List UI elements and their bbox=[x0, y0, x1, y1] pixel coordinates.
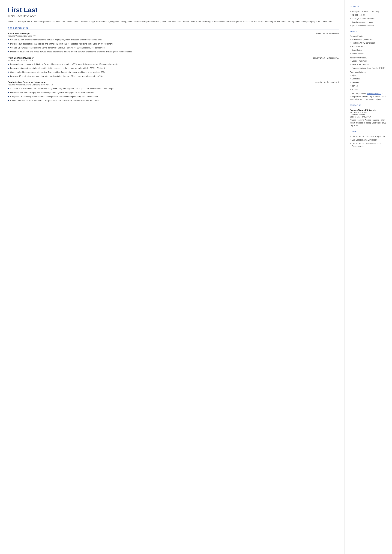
bullet-text: Designed, developed, and tested 32 web-b… bbox=[10, 50, 132, 53]
bullet-icon bbox=[7, 51, 9, 52]
skills-list: Spring FrameworkJakarta PersistenceRepre… bbox=[350, 60, 388, 70]
bullet-text: Assisted 25 junior & senior employees in… bbox=[10, 87, 114, 90]
job-date-range: November 2015 – Present bbox=[316, 32, 339, 35]
job-bullets: Improved search engine visibility for a … bbox=[7, 63, 339, 78]
list-item: Developed 7 application interfaces that … bbox=[7, 75, 339, 78]
bullet-text: Developed 7 application interfaces that … bbox=[10, 75, 104, 78]
other-header: OTHER bbox=[350, 131, 388, 133]
job-company: Growthsi, San Francisco, CA bbox=[7, 59, 339, 62]
skills-category-label: Tools and Software: bbox=[350, 71, 388, 73]
summary: Junior java developer with 10 years of e… bbox=[7, 20, 339, 23]
job-bullets: Created 12 new systems that tracked the … bbox=[7, 38, 339, 54]
job-title-row: Junior Java DeveloperNovember 2015 – Pre… bbox=[7, 32, 339, 35]
skills-category-label: Technical Skills: bbox=[350, 35, 388, 37]
contact-item: +1-234-456-789 bbox=[350, 14, 388, 16]
list-item: Compiled 120 bi-weekly reports that the … bbox=[7, 95, 339, 98]
edu-degree: Bachelor of Science bbox=[350, 111, 388, 113]
job-title: Junior Java Developer bbox=[7, 14, 339, 18]
bullet-icon bbox=[7, 100, 9, 101]
edu-school: Resume Worded University bbox=[350, 109, 388, 111]
job-bullets: Assisted 25 junior & senior employees in… bbox=[7, 87, 339, 102]
bullet-icon bbox=[7, 39, 9, 40]
bullet-text: Collaborated with 20 team members to des… bbox=[10, 99, 100, 102]
other-list: Oracle Certified Java SE 6 Programmer.Su… bbox=[350, 135, 388, 148]
edu-date: Boston, MA — May 2010 bbox=[350, 116, 388, 118]
jobs-container: Junior Java DeveloperNovember 2015 – Pre… bbox=[7, 32, 339, 102]
list-item: Designed, developed, and tested 32 web-b… bbox=[7, 50, 339, 53]
skill-item: Representational State Transfer (REST) bbox=[350, 67, 388, 70]
education-header: EDUCATION bbox=[350, 104, 388, 107]
promo-link[interactable]: Resume Worded bbox=[367, 92, 381, 95]
list-item: Coded embedded stylesheets into existing… bbox=[7, 71, 339, 74]
skill-item: Bootstrap bbox=[350, 77, 388, 80]
skills-header: SKILLS bbox=[350, 31, 388, 33]
skill-item: Jakarta Persistence bbox=[350, 63, 388, 66]
edu-field: Computer Science bbox=[350, 113, 388, 116]
list-item: Improved search engine visibility for a … bbox=[7, 63, 339, 66]
skill-item: Frameworks (Advanced) bbox=[350, 38, 388, 41]
skill-item: Spring Framework bbox=[350, 60, 388, 62]
job-company: Resume Worded, New York, NY bbox=[7, 35, 339, 37]
bullet-icon bbox=[7, 88, 9, 89]
skill-item: Full Stack JAVA bbox=[350, 45, 388, 48]
list-item: Created 12 new systems that tracked the … bbox=[7, 38, 339, 41]
bullet-icon bbox=[7, 43, 9, 44]
job-position-title: Junior Java Developer bbox=[7, 32, 30, 35]
bullet-text: Developed 15 applications that tracked a… bbox=[10, 42, 113, 45]
skill-item: Maven bbox=[350, 88, 388, 91]
other-item: Oracle Certified Java SE 6 Programmer. bbox=[350, 135, 388, 138]
job-position-title: Front End Web Developer bbox=[7, 57, 34, 59]
right-column: CONTACT Memphis, TN (Open to Remote)+1-2… bbox=[345, 0, 392, 554]
skills-container: Technical Skills:Frameworks (Advanced)Re… bbox=[350, 35, 388, 101]
left-column: First Last Junior Java Developer Junior … bbox=[0, 0, 345, 554]
other-item: Sun Certified Java Developer. bbox=[350, 139, 388, 141]
contact-item: linkedin.com/in/username bbox=[350, 21, 388, 23]
job-company: Resume Worded's Exciting Company, New Yo… bbox=[7, 84, 339, 86]
skills-category-label: Industry Knowledge: bbox=[350, 57, 388, 59]
bullet-icon bbox=[7, 68, 9, 69]
job-title-row: Graduate Java Developer (Internship)June… bbox=[7, 81, 339, 83]
job-block: Junior Java DeveloperNovember 2015 – Pre… bbox=[7, 32, 339, 54]
list-item: Created 21 Java applications using Sprin… bbox=[7, 46, 339, 49]
job-block: Graduate Java Developer (Internship)June… bbox=[7, 81, 339, 102]
contact-header: CONTACT bbox=[350, 6, 388, 8]
bullet-text: Improved search engine visibility for a … bbox=[10, 63, 119, 66]
list-item: Launched 14 websites that directly contr… bbox=[7, 67, 339, 70]
skills-list: jQueryBootstrapServletsTomcatMaven bbox=[350, 74, 388, 91]
bullet-icon bbox=[7, 64, 9, 65]
contact-item: Memphis, TN (Open to Remote) bbox=[350, 10, 388, 13]
skills-list: Frameworks (Advanced)Restful APIS (Exper… bbox=[350, 38, 388, 55]
list-item: Collaborated with 20 team members to des… bbox=[7, 99, 339, 102]
contact-list: Memphis, TN (Open to Remote)+1-234-456-7… bbox=[350, 10, 388, 27]
contact-item: github.com/resumeworded bbox=[350, 24, 388, 27]
skill-item: Tomcat bbox=[350, 85, 388, 87]
contact-item: email@resumeworded.com bbox=[350, 17, 388, 20]
job-date-range: February 2013 – October 2015 bbox=[312, 57, 339, 59]
job-title-row: Front End Web DeveloperFebruary 2013 – O… bbox=[7, 57, 339, 59]
list-item: Deployed Java Server Page (JSP) to help … bbox=[7, 91, 339, 94]
skill-item: jQuery bbox=[350, 74, 388, 77]
bullet-icon bbox=[7, 71, 9, 73]
skill-item: Servlets bbox=[350, 81, 388, 84]
edu-awards: Awards: Resume Worded Teaching Fellow (o… bbox=[350, 119, 388, 127]
list-item: Assisted 25 junior & senior employees in… bbox=[7, 87, 339, 90]
bullet-text: Created 21 Java applications using Sprin… bbox=[10, 46, 105, 49]
list-item: Developed 15 applications that tracked a… bbox=[7, 42, 339, 45]
skill-item: Web Services bbox=[350, 52, 388, 55]
other-item: Oracle Certified Professional Java Progr… bbox=[350, 142, 388, 148]
education-block: Resume Worded University Bachelor of Sci… bbox=[350, 109, 388, 127]
bullet-text: Deployed Java Server Page (JSP) to help … bbox=[10, 91, 94, 94]
promo-text: • Don't forget to use Resume Worded to s… bbox=[350, 92, 388, 101]
full-name: First Last bbox=[7, 6, 339, 14]
skill-item: Restful APIS (Experienced) bbox=[350, 42, 388, 44]
bullet-icon bbox=[7, 92, 9, 93]
bullet-text: Compiled 120 bi-weekly reports that the … bbox=[10, 95, 99, 98]
work-experience-header: WORK EXPERIENCE bbox=[7, 27, 339, 30]
job-block: Front End Web DeveloperFebruary 2013 – O… bbox=[7, 57, 339, 78]
bullet-icon bbox=[7, 47, 9, 48]
bullet-text: Launched 14 websites that directly contr… bbox=[10, 67, 105, 70]
skill-item: Java Spring bbox=[350, 49, 388, 51]
bullet-icon bbox=[7, 76, 9, 77]
bullet-text: Coded embedded stylesheets into existing… bbox=[10, 71, 105, 74]
bullet-text: Created 12 new systems that tracked the … bbox=[10, 38, 102, 41]
